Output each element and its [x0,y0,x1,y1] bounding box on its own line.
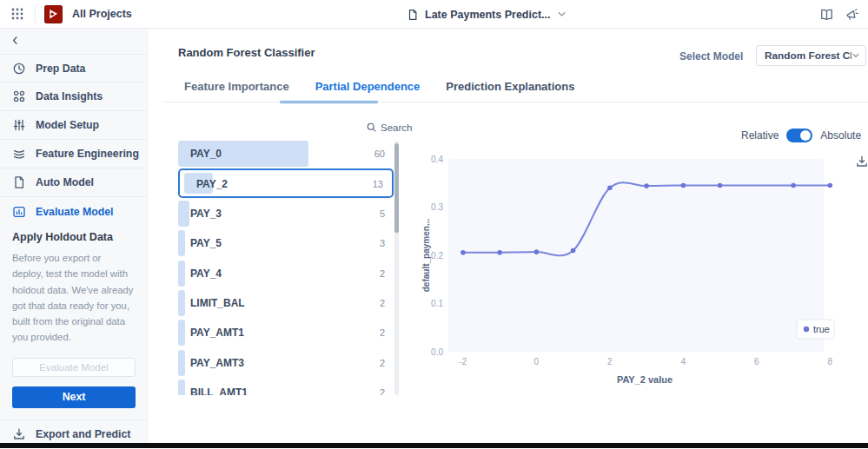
x-tick-label: 0 [534,357,540,366]
feature-importance-bar [178,290,185,316]
announcement-horn-icon[interactable] [845,8,859,22]
sliders-icon [12,118,26,132]
sidebar-item-prep-data[interactable]: Prep Data [0,54,147,83]
feature-count: 2 [380,298,385,308]
feature-row-limit_bal[interactable]: LIMIT_BAL2 [178,290,394,316]
y-tick-label: 0.3 [431,202,443,212]
y-tick-label: 0.2 [431,251,443,261]
page-title: Random Forest Classifier [178,46,315,59]
layers-icon [12,147,26,161]
project-switcher[interactable]: Late Payments Predict... [407,0,567,29]
y-tick-label: 0.4 [431,155,443,164]
feature-count: 60 [374,149,385,159]
feature-count: 3 [380,238,385,248]
feature-search[interactable]: Search [366,122,412,133]
relative-label[interactable]: Relative [741,129,779,142]
feature-row-pay_4[interactable]: PAY_42 [178,261,394,287]
data-point [461,250,466,255]
feature-name: BILL_AMT1 [190,386,248,395]
project-title: Late Payments Predict... [425,9,551,21]
app-grid-icon[interactable] [10,7,24,21]
insights-nodes-icon [12,89,26,103]
data-point [718,183,723,188]
x-tick-label: 6 [754,357,759,366]
feature-row-pay_amt3[interactable]: PAY_AMT32 [178,350,394,376]
feature-row-pay_2[interactable]: PAY_213 [178,168,394,198]
feature-row-pay_0[interactable]: PAY_060 [178,141,394,167]
feature-count: 2 [380,327,385,338]
holdout-description: Before you export or deploy, test the mo… [12,250,135,346]
data-point [681,183,686,188]
x-tick-label: 8 [828,357,833,366]
docs-book-icon[interactable] [819,8,834,22]
data-point [644,183,649,188]
x-tick-label: 2 [607,357,613,366]
feature-importance-bar [178,261,185,287]
feature-list: PAY_060PAY_213PAY_35PAY_53PAY_42LIMIT_BA… [178,141,394,395]
sidebar-item-model-setup[interactable]: Model Setup [0,111,147,140]
y-tick-label: 0.1 [431,299,443,308]
feature-count: 2 [380,387,385,395]
sidebar-item-evaluate-model[interactable]: Evaluate Model [0,197,147,226]
chevron-down-icon [851,51,860,60]
absolute-label[interactable]: Absolute [820,129,861,142]
divider [163,102,868,102]
acrobat-app-logo-icon[interactable] [44,5,63,23]
feature-importance-bar [178,380,185,395]
feature-row-pay_5[interactable]: PAY_53 [178,230,394,256]
select-model-label: Select Model [679,50,743,63]
feature-count: 13 [373,179,383,189]
relative-absolute-switch[interactable] [786,129,812,142]
sidebar-item-label: Model Setup [36,119,99,131]
main-content: Random Forest Classifier Select Model Ra… [148,29,868,443]
feature-count: 2 [380,268,385,279]
feature-list-scrollbar[interactable] [394,141,399,395]
sidebar-item-data-insights[interactable]: Data Insights [0,83,147,111]
data-point [791,183,796,188]
feature-importance-bar [178,350,185,376]
tab-prediction-explanations[interactable]: Prediction Explanations [446,80,574,103]
scrollbar-thumb[interactable] [394,143,399,233]
y-axis-ticks: 0.00.10.20.30.4 [431,155,443,357]
chart-panel-icon [12,205,26,219]
data-point [571,248,576,254]
tab-feature-importance[interactable]: Feature Importance [184,80,289,103]
legend-dot [804,327,809,332]
holdout-title: Apply Holdout Data [12,231,135,243]
all-projects-link[interactable]: All Projects [72,8,132,20]
chart-legend[interactable]: true [797,320,834,339]
tab-bar: Feature Importance Partial Dependence Pr… [184,80,574,103]
pdp-chart: 0.00.10.20.30.4 -202468 default_paymen..… [417,122,868,391]
search-label: Search [381,122,412,133]
evaluate-model-button[interactable]: Evaluate Model [12,358,136,377]
feature-count: 5 [380,208,385,219]
x-tick-label: -2 [459,357,467,366]
feature-row-bill_amt1[interactable]: BILL_AMT12 [178,380,394,395]
sidebar-collapse-button[interactable] [0,29,147,51]
chevron-down-icon [557,10,567,19]
sidebar-item-feature-engineering[interactable]: Feature Engineering [0,140,147,168]
chart-download-icon[interactable] [855,155,868,168]
sidebar-item-label: Export and Predict [36,428,130,440]
feature-row-pay_3[interactable]: PAY_35 [178,201,394,227]
data-point [497,250,502,255]
feature-name: PAY_2 [196,178,228,190]
y-axis-label: default_paymen... [421,219,431,293]
legend-label: true [813,324,830,334]
feature-row-pay_amt1[interactable]: PAY_AMT12 [178,320,394,346]
switch-knob [800,130,811,141]
feature-importance-bar [178,201,189,227]
model-select-dropdown[interactable]: Random Forest Classifie... [756,45,866,66]
x-axis-ticks: -202468 [459,357,832,366]
feature-count: 2 [380,358,385,368]
next-button[interactable]: Next [12,386,136,408]
sidebar-item-label: Auto Model [36,176,94,188]
feature-name: PAY_0 [190,148,222,160]
top-bar: All Projects Late Payments Predict... [0,0,868,29]
feature-name: PAY_5 [190,237,222,249]
feature-name: PAY_AMT1 [190,327,244,339]
sidebar-item-auto-model[interactable]: Auto Model [0,168,147,197]
tab-partial-dependence[interactable]: Partial Dependence [315,80,421,103]
plot-area [448,159,824,352]
chevron-left-icon [10,36,20,45]
